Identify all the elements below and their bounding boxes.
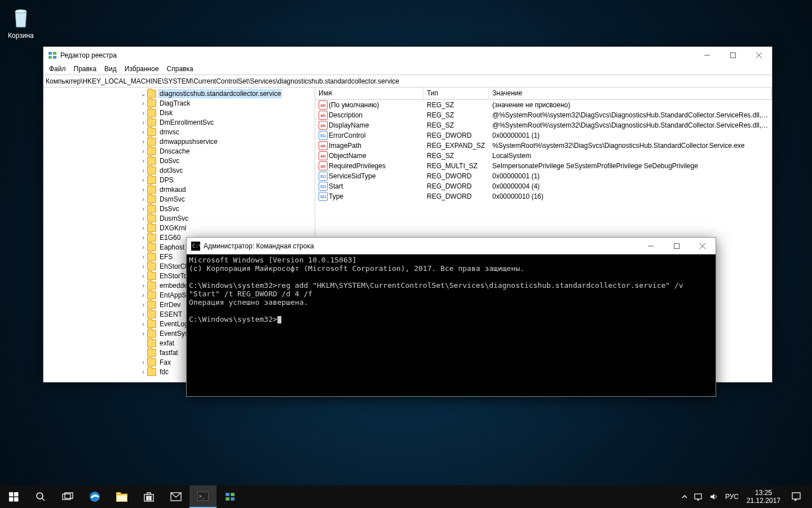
- search-button[interactable]: [27, 485, 54, 508]
- value-row[interactable]: abDisplayNameREG_SZ@%SystemRoot%\system3…: [315, 120, 772, 130]
- close-button[interactable]: [746, 47, 772, 64]
- taskbar-regedit[interactable]: [217, 485, 244, 508]
- svg-rect-38: [231, 497, 235, 501]
- chevron-right-icon[interactable]: ›: [139, 119, 147, 126]
- tree-node[interactable]: ›DmEnrollmentSvc: [43, 117, 315, 127]
- value-data: 0x00000001 (1): [489, 132, 772, 139]
- chevron-right-icon[interactable]: ›: [139, 330, 147, 337]
- svg-text:C:\: C:\: [192, 243, 200, 249]
- cmd-body[interactable]: Microsoft Windows [Version 10.0.15063] (…: [187, 255, 716, 396]
- chevron-right-icon[interactable]: ›: [139, 196, 147, 203]
- chevron-right-icon[interactable]: ›: [139, 110, 147, 116]
- chevron-right-icon[interactable]: ›: [139, 234, 147, 241]
- value-row[interactable]: ab(По умолчанию)REG_SZ(значение не присв…: [315, 100, 772, 110]
- tray-language[interactable]: РУС: [722, 485, 742, 508]
- chevron-right-icon[interactable]: ›: [139, 282, 147, 289]
- cmd-maximize-button[interactable]: [664, 238, 690, 254]
- tray-notifications-icon[interactable]: [785, 485, 807, 508]
- col-header-name[interactable]: Имя: [315, 87, 423, 99]
- tray-volume-icon[interactable]: [707, 485, 722, 508]
- taskbar-store[interactable]: [135, 485, 162, 508]
- tray-clock[interactable]: 13:25 21.12.2017: [742, 489, 785, 505]
- tree-node[interactable]: ⌄diagnosticshub.standardcollector.servic…: [43, 89, 315, 98]
- tray-network-icon[interactable]: [691, 485, 707, 508]
- taskbar-explorer[interactable]: [108, 485, 135, 508]
- tree-node-label: dmvsc: [158, 128, 180, 136]
- cmd-minimize-button[interactable]: [638, 238, 664, 254]
- folder-icon: [147, 138, 156, 146]
- chevron-right-icon[interactable]: ›: [139, 263, 147, 270]
- menu-файл[interactable]: Файл: [46, 64, 69, 75]
- folder-icon: [147, 186, 156, 194]
- svg-rect-4: [53, 56, 56, 59]
- tree-node[interactable]: ›drmkaud: [43, 185, 315, 194]
- chevron-right-icon[interactable]: ›: [139, 157, 147, 164]
- chevron-right-icon[interactable]: ›: [139, 253, 147, 260]
- col-header-data[interactable]: Значение: [489, 87, 772, 99]
- menu-избранное[interactable]: Избранное: [121, 64, 162, 75]
- taskbar-mail[interactable]: [162, 485, 189, 508]
- taskview-button[interactable]: [54, 485, 81, 508]
- chevron-right-icon[interactable]: ›: [139, 148, 147, 155]
- tree-node[interactable]: ›Dnscache: [43, 146, 315, 156]
- value-name: Type: [329, 192, 343, 200]
- chevron-right-icon[interactable]: ›: [139, 225, 147, 231]
- start-button[interactable]: [0, 485, 27, 508]
- value-row[interactable]: 011TypeREG_DWORD0x00000010 (16): [315, 191, 772, 202]
- regedit-titlebar[interactable]: Редактор реестра: [43, 47, 772, 64]
- address-input[interactable]: [43, 75, 772, 87]
- chevron-right-icon[interactable]: ›: [139, 205, 147, 212]
- chevron-right-icon[interactable]: ›: [139, 244, 147, 251]
- chevron-right-icon[interactable]: ›: [139, 321, 147, 327]
- menu-справка[interactable]: Справка: [164, 64, 197, 75]
- reg-binary-icon: 011: [319, 131, 328, 140]
- chevron-right-icon[interactable]: ›: [139, 129, 147, 135]
- value-row[interactable]: 011ServiceSidTypeREG_DWORD0x00000001 (1): [315, 171, 772, 181]
- maximize-button[interactable]: [720, 47, 746, 64]
- menu-правка[interactable]: Правка: [70, 64, 100, 75]
- tree-node[interactable]: ›DPS: [43, 175, 315, 185]
- chevron-right-icon[interactable]: ›: [139, 215, 147, 222]
- chevron-right-icon[interactable]: ›: [139, 292, 147, 299]
- chevron-right-icon[interactable]: ›: [139, 100, 147, 107]
- chevron-right-icon[interactable]: ›: [139, 186, 147, 193]
- value-row[interactable]: 011StartREG_DWORD0x00000004 (4): [315, 181, 772, 191]
- tree-node[interactable]: ›DusmSvc: [43, 213, 315, 223]
- tree-node-label: Disk: [158, 109, 174, 117]
- taskbar-cmd[interactable]: >_: [189, 485, 217, 508]
- value-row[interactable]: abObjectNameREG_SZLocalSystem: [315, 151, 772, 161]
- tree-node[interactable]: ›DiagTrack: [43, 98, 315, 108]
- recycle-bin[interactable]: Корзина: [8, 6, 34, 40]
- value-row[interactable]: abImagePathREG_EXPAND_SZ%SystemRoot%\sys…: [315, 141, 772, 151]
- tree-node[interactable]: ›dmwappushservice: [43, 137, 315, 146]
- chevron-right-icon[interactable]: ›: [139, 273, 147, 279]
- chevron-down-icon[interactable]: ⌄: [139, 90, 147, 97]
- value-row[interactable]: abRequiredPrivilegesREG_MULTI_SZSeImpers…: [315, 161, 772, 171]
- taskbar-edge[interactable]: [81, 485, 108, 508]
- chevron-right-icon[interactable]: ›: [139, 167, 147, 174]
- tray-chevron-icon[interactable]: [678, 485, 691, 508]
- tree-node[interactable]: ›dmvsc: [43, 127, 315, 137]
- tree-node[interactable]: ›DXGKrnl: [43, 223, 315, 233]
- minimize-button[interactable]: [694, 47, 720, 64]
- menu-вид[interactable]: Вид: [101, 64, 120, 75]
- chevron-right-icon[interactable]: ›: [139, 301, 147, 308]
- chevron-right-icon[interactable]: ›: [139, 369, 147, 375]
- reg-string-icon: ab: [319, 151, 328, 160]
- cmd-titlebar[interactable]: C:\ Администратор: Командная строка: [187, 238, 716, 255]
- tree-node[interactable]: ›DoSvc: [43, 156, 315, 165]
- tree-node[interactable]: ›Disk: [43, 108, 315, 117]
- tree-node-label: DXGKrnl: [158, 224, 187, 232]
- chevron-right-icon[interactable]: ›: [139, 311, 147, 318]
- chevron-right-icon[interactable]: ›: [139, 177, 147, 183]
- tree-node-label: Eaphost: [158, 243, 186, 251]
- col-header-type[interactable]: Тип: [423, 87, 489, 99]
- chevron-right-icon[interactable]: ›: [139, 138, 147, 145]
- tree-node[interactable]: ›DsmSvc: [43, 194, 315, 204]
- value-row[interactable]: abDescriptionREG_SZ@%SystemRoot%\system3…: [315, 110, 772, 120]
- tree-node[interactable]: ›dot3svc: [43, 165, 315, 175]
- chevron-right-icon[interactable]: ›: [139, 359, 147, 366]
- tree-node[interactable]: ›DsSvc: [43, 204, 315, 213]
- value-row[interactable]: 011ErrorControlREG_DWORD0x00000001 (1): [315, 130, 772, 141]
- cmd-close-button[interactable]: [690, 238, 716, 254]
